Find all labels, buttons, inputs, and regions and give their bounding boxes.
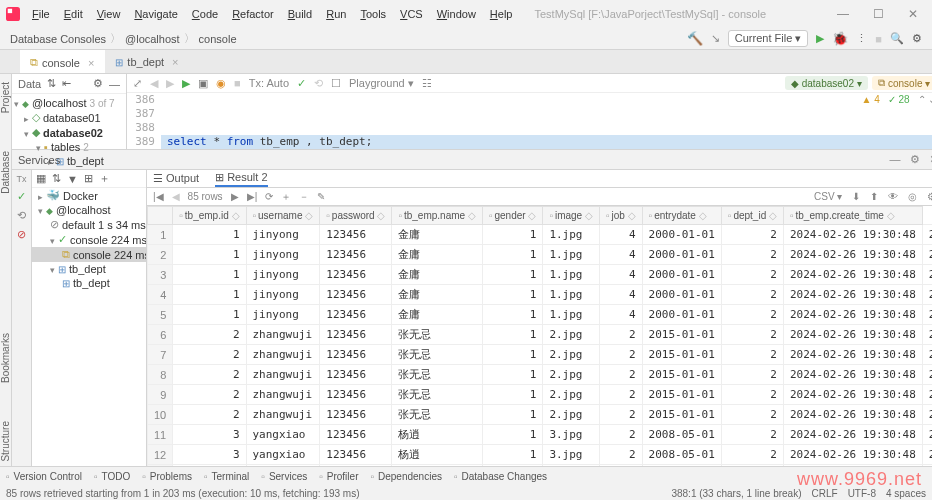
services-tree[interactable]: ▦ ⇅ ▼ ⊞ ＋ 🐳 Docker @localhost ⊘ default … [32, 170, 146, 466]
edit-icon[interactable]: ✎ [317, 191, 325, 202]
collapse-icon[interactable]: ⇤ [62, 77, 71, 90]
download-icon[interactable]: ⬇ [852, 191, 860, 202]
toolwindow-dependencies[interactable]: ▫ Dependencies [370, 471, 441, 482]
column-header[interactable]: ▫tb_emp.id ◇ [173, 207, 246, 225]
table-row[interactable]: 51jinyong123456金庸11.jpg42000-01-0122024-… [148, 305, 933, 325]
execute-button[interactable]: ▶ [182, 77, 190, 90]
upload-icon[interactable]: ⬆ [870, 191, 878, 202]
more-icon[interactable]: ⋮ [856, 32, 867, 45]
menu-vcs[interactable]: VCS [394, 5, 429, 23]
column-header[interactable]: ▫dept_id ◇ [721, 207, 783, 225]
breadcrumb[interactable]: Database Consoles [10, 33, 106, 45]
stop-button[interactable]: ■ [875, 33, 882, 45]
toolwindow-todo[interactable]: ▫ TODO [94, 471, 130, 482]
tab-console[interactable]: ⧉console × [20, 50, 105, 73]
pin-icon[interactable]: ◎ [908, 191, 917, 202]
result-tab[interactable]: ⊞ Result 2 [215, 171, 267, 187]
db-chip[interactable]: ◆ database02 ▾ [785, 76, 868, 90]
status-indicator[interactable]: 4 spaces [886, 488, 926, 499]
stop-icon[interactable]: ■ [234, 77, 241, 89]
toolwindow-database-changes[interactable]: ▫ Database Changes [454, 471, 547, 482]
filter-icon[interactable]: ▼ [67, 173, 78, 185]
column-header[interactable]: ▫gender ◇ [482, 207, 542, 225]
menu-build[interactable]: Build [282, 5, 318, 23]
status-indicator[interactable]: CRLF [812, 488, 838, 499]
rollback-icon[interactable]: ⟲ [314, 77, 323, 90]
table-row[interactable]: 72zhangwuji123456张无忌12.jpg22015-01-01220… [148, 345, 933, 365]
run-config-dropdown[interactable]: Current File ▾ [728, 30, 809, 47]
toolwindow-problems[interactable]: ▫ Problems [142, 471, 192, 482]
breadcrumb[interactable]: @localhost [125, 33, 180, 45]
search-icon[interactable]: 🔍 [890, 32, 904, 45]
toolwindow-version-control[interactable]: ▫ Version Control [6, 471, 82, 482]
gear-icon[interactable]: ⚙ [910, 153, 920, 166]
toolwindow-services[interactable]: ▫ Services [261, 471, 307, 482]
column-header[interactable]: ▫username ◇ [246, 207, 320, 225]
isolate-icon[interactable]: ☐ [331, 77, 341, 90]
breadcrumb[interactable]: console [199, 33, 237, 45]
reload-icon[interactable]: ⟳ [265, 191, 273, 202]
menu-help[interactable]: Help [484, 5, 519, 23]
hide-icon[interactable]: ― [889, 153, 900, 166]
editor-inspection-status[interactable]: ▲ 4 ✓ 28 ⌃ ⌄ [862, 94, 932, 105]
add-icon[interactable]: ＋ [99, 171, 110, 186]
settings-icon[interactable]: ⚙ [912, 32, 922, 45]
column-header[interactable]: ▫job ◇ [599, 207, 642, 225]
close-button[interactable]: ✕ [900, 3, 926, 25]
table-row[interactable]: 133yangxiao123456杨逍13.jpg22008-05-012202… [148, 465, 933, 467]
sidebar-tab-structure[interactable]: Structure [0, 417, 11, 466]
sql-editor[interactable]: ⤢ ◀ ▶ ▶ ▣ ◉ ■ Tx: Auto ✓ ⟲ ☐ Playground … [127, 74, 932, 149]
column-header[interactable]: ▫entrydate ◇ [642, 207, 721, 225]
menu-run[interactable]: Run [320, 5, 352, 23]
group-icon[interactable]: ⊞ [84, 172, 93, 185]
cancel-icon[interactable]: ⊘ [17, 228, 26, 241]
rollback-icon[interactable]: ⟲ [17, 209, 26, 222]
menu-edit[interactable]: Edit [58, 5, 89, 23]
output-tab[interactable]: ☰ Output [153, 172, 199, 185]
table-row[interactable]: 82zhangwuji123456张无忌12.jpg22015-01-01220… [148, 365, 933, 385]
commit-icon[interactable]: ✓ [297, 77, 306, 90]
menu-code[interactable]: Code [186, 5, 224, 23]
table-row[interactable]: 62zhangwuji123456张无忌12.jpg22015-01-01220… [148, 325, 933, 345]
commit-icon[interactable]: ✓ [17, 190, 26, 203]
menu-window[interactable]: Window [431, 5, 482, 23]
table-row[interactable]: 21jinyong123456金庸11.jpg42000-01-0122024-… [148, 245, 933, 265]
table-row[interactable]: 123yangxiao123456杨逍13.jpg22008-05-012202… [148, 445, 933, 465]
console-chip[interactable]: ⧉ console ▾ [872, 76, 932, 90]
filter-icon[interactable]: ⇅ [47, 77, 56, 90]
gear-icon[interactable]: ⚙ [93, 77, 103, 90]
settings-icon[interactable]: ⚙ [927, 191, 932, 202]
execute-script-button[interactable]: ▣ [198, 77, 208, 90]
column-header[interactable]: ▫tb_emp.name ◇ [392, 207, 482, 225]
next-icon[interactable]: ▶ [166, 77, 174, 90]
menu-tools[interactable]: Tools [354, 5, 392, 23]
column-header[interactable]: ▫image ◇ [543, 207, 600, 225]
prev-page-icon[interactable]: ◀ [172, 191, 180, 202]
editor-content[interactable]: select * from tb_emp , tb_dept; [161, 93, 932, 149]
collapse-all-icon[interactable]: ⇅ [52, 172, 61, 185]
view-icon[interactable]: 👁 [888, 191, 898, 202]
column-header[interactable]: ▫tb_emp.create_time ◇ [783, 207, 922, 225]
minimize-button[interactable]: ― [829, 3, 857, 25]
status-indicator[interactable]: 388:1 (33 chars, 1 line break) [671, 488, 801, 499]
toolwindow-profiler[interactable]: ▫ Profiler [319, 471, 358, 482]
next-page-icon[interactable]: ▶ [231, 191, 239, 202]
settings-icon[interactable]: ☷ [422, 77, 432, 90]
tab-tb-dept[interactable]: tb_dept × [105, 50, 189, 73]
expand-icon[interactable]: ⤢ [133, 77, 142, 90]
table-row[interactable]: 41jinyong123456金庸11.jpg42000-01-0122024-… [148, 285, 933, 305]
toolwindow-terminal[interactable]: ▫ Terminal [204, 471, 249, 482]
delete-row-icon[interactable]: － [299, 190, 309, 204]
maximize-button[interactable]: ☐ [865, 3, 892, 25]
menu-refactor[interactable]: Refactor [226, 5, 280, 23]
playground-dropdown[interactable]: Playground ▾ [349, 77, 414, 90]
expand-all-icon[interactable]: ▦ [36, 172, 46, 185]
first-page-icon[interactable]: |◀ [153, 191, 164, 202]
table-row[interactable]: 113yangxiao123456杨逍13.jpg22008-05-012202… [148, 425, 933, 445]
column-header[interactable]: ▫password ◇ [320, 207, 392, 225]
build-icon[interactable]: 🔨 [687, 31, 703, 46]
menu-file[interactable]: File [26, 5, 56, 23]
result-grid[interactable]: ▫tb_emp.id ◇▫username ◇▫password ◇▫tb_em… [147, 206, 932, 466]
explain-plan-button[interactable]: ◉ [216, 77, 226, 90]
table-row[interactable]: 31jinyong123456金庸11.jpg42000-01-0122024-… [148, 265, 933, 285]
